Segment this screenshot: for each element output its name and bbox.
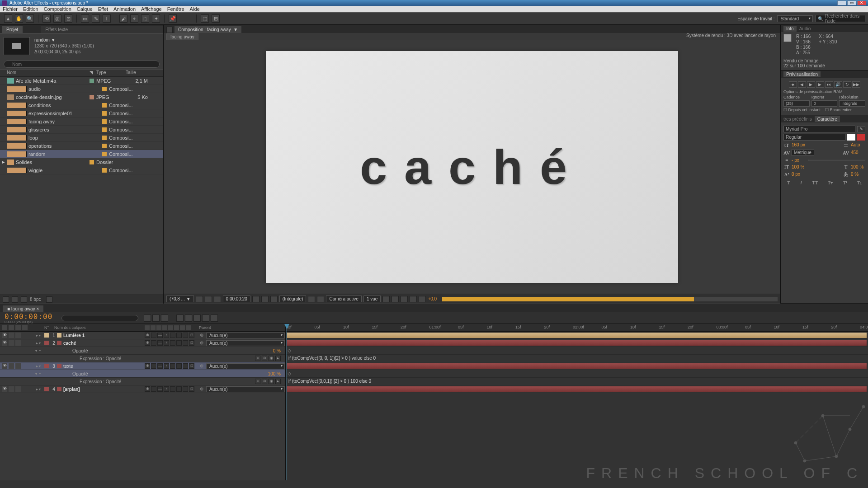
layer-row[interactable]: ▾ ⚬ Opacité100 % [0, 370, 285, 378]
rotate-tool-icon[interactable]: ⟲ [42, 14, 51, 23]
menu-animation[interactable]: Animation [113, 6, 136, 12]
first-frame-button[interactable]: ⏮ [789, 81, 797, 88]
new-folder-icon[interactable] [12, 296, 18, 303]
timeline-search-input[interactable] [61, 315, 138, 321]
minimize-button[interactable]: — [837, 0, 846, 5]
project-row[interactable]: wiggle Composi... [0, 166, 163, 174]
snap2-icon[interactable]: ⊞ [212, 14, 220, 23]
layer-row[interactable]: Expression : Opacité =⊘◉▸ [0, 378, 285, 385]
menu-composition[interactable]: Composition [44, 6, 71, 12]
solo-col-icon[interactable] [15, 325, 21, 330]
pan-behind-tool-icon[interactable]: ⊡ [64, 14, 72, 23]
track-row[interactable]: if (toCompVec([0, 0, 1])[2] > 0 ) value … [286, 355, 868, 362]
project-row[interactable]: coccinelle-dessin.jpg JPEG 5 Ko [0, 93, 163, 101]
prev-frame-button[interactable]: ◀ [798, 81, 806, 88]
composition-viewer[interactable]: caché [164, 40, 780, 294]
menu-fichier[interactable]: Fichier [3, 6, 18, 12]
camera-tool-icon[interactable]: ◎ [53, 14, 61, 23]
zoom-tool-icon[interactable]: 🔍 [26, 14, 34, 23]
text-tool-icon[interactable]: T [103, 14, 111, 23]
layer-row[interactable]: ▾ ⚬ Opacité0 % [0, 347, 285, 355]
exposure-value[interactable]: +0,0 [428, 296, 437, 301]
menu-effet[interactable]: Effet [98, 6, 108, 12]
graph-editor-icon[interactable] [211, 314, 218, 322]
timeline-icon[interactable] [401, 296, 408, 302]
menu-edition[interactable]: Edition [23, 6, 38, 12]
preview-time[interactable]: 0:00:00:20 [223, 296, 250, 302]
allcaps-toggle[interactable]: TT [812, 180, 818, 185]
snap-icon[interactable]: ⬚ [201, 14, 209, 23]
tab-previsualisation[interactable]: Prévisualisation [783, 71, 821, 77]
playhead[interactable] [287, 324, 287, 480]
font-family-dropdown[interactable]: Myriad Pro [783, 126, 855, 132]
fullscreen-checkbox[interactable]: ☐ Ecran entier [825, 108, 852, 112]
resolution-dropdown[interactable]: (Intégrale) [279, 296, 307, 302]
video-col-icon[interactable] [2, 325, 7, 330]
layer-row[interactable]: 👁 ▸ ▾ 3 texte ✱—/⊡ ⊚Aucun(e) [0, 362, 285, 370]
close-button[interactable]: ✕ [857, 0, 866, 5]
from-current-checkbox[interactable]: ☐ Depuis cet instant [783, 108, 821, 112]
project-row[interactable]: audio Composi... [0, 85, 163, 93]
mask-icon[interactable] [214, 296, 221, 302]
tab-info[interactable]: Info [783, 26, 797, 32]
pixel-aspect-icon[interactable] [382, 296, 390, 302]
views-dropdown[interactable]: 1 vue [363, 296, 381, 302]
project-list[interactable]: Aïe aïe Metal.m4a MPEG 2,1 M audio Compo… [0, 77, 163, 295]
fast-preview-icon[interactable] [392, 296, 399, 302]
next-frame-button[interactable]: ▶ [816, 81, 824, 88]
stroke-color-swatch[interactable] [857, 134, 865, 141]
track-row[interactable] [286, 339, 868, 347]
project-row[interactable]: glissieres Composi... [0, 126, 163, 134]
help-search-input[interactable]: 🔍Rechercher dans l'aide [816, 15, 865, 22]
ram-preview-button[interactable]: ▶▶ [852, 81, 860, 88]
kerning-dropdown[interactable]: Métrique [792, 149, 814, 156]
project-row[interactable]: expressionsimple01 Composi... [0, 109, 163, 117]
tsume-input[interactable]: 0 % [851, 172, 865, 177]
menu-calque[interactable]: Calque [77, 6, 93, 12]
tab-caractere[interactable]: Caractère [815, 116, 840, 122]
last-frame-button[interactable]: ⏭ [825, 81, 833, 88]
leading-input[interactable]: Auto [851, 142, 865, 147]
play-button[interactable]: ▶ [807, 81, 815, 88]
subscript-toggle[interactable]: T₁ [857, 180, 862, 185]
transparency-icon[interactable] [205, 296, 212, 302]
project-row[interactable]: facing away Composi... [0, 117, 163, 126]
selection-tool-icon[interactable]: ▲ [4, 14, 12, 23]
workspace-dropdown[interactable]: Standard [777, 15, 813, 22]
resolution-icon[interactable] [196, 296, 203, 302]
brainstorm-icon[interactable] [193, 314, 201, 322]
layer-row[interactable]: 👁 ▸ ▾ 1 Lumière 1 ✱—/⊡ ⊚Aucun(e) [0, 332, 285, 339]
font-style-dropdown[interactable]: Regular [783, 134, 845, 141]
tab-timeline-comp[interactable]: ■ facing away × [3, 305, 43, 312]
stroke-width-input[interactable]: - px [792, 158, 806, 163]
reset-exposure-icon[interactable] [419, 296, 426, 302]
lock-icon[interactable] [166, 27, 173, 33]
vscale-input[interactable]: 100 % [792, 164, 806, 169]
mute-button[interactable]: 🔊 [834, 81, 842, 88]
hscale-input[interactable]: 100 % [851, 164, 865, 169]
tracking-input[interactable]: 450 [851, 150, 865, 155]
track-row[interactable] [286, 385, 868, 393]
timeline-tracks[interactable]: 00f05f10f15f20f01:00f05f10f15f20f02:00f0… [286, 324, 868, 480]
eyedropper-icon[interactable]: ✎ [857, 126, 865, 132]
rect-tool-icon[interactable]: ▭ [81, 14, 89, 23]
resolution-ram-dropdown[interactable]: Intégrale [839, 100, 865, 107]
trash-icon[interactable] [46, 296, 52, 303]
interpret-footage-icon[interactable] [3, 296, 9, 303]
layer-row[interactable]: Expression : Opacité =⊘◉▸ [0, 355, 285, 362]
clone-tool-icon[interactable]: ⌖ [130, 14, 138, 23]
current-timecode[interactable]: 0:00:00:00 [0, 312, 57, 321]
project-row[interactable]: Aïe aïe Metal.m4a MPEG 2,1 M [0, 77, 163, 85]
color-mgmt-icon[interactable] [270, 296, 278, 302]
zoom-dropdown[interactable]: (70,8 ... ▼ [166, 296, 194, 302]
track-row[interactable]: ◇ [286, 370, 868, 378]
maximize-button[interactable]: ▭ [847, 0, 856, 5]
frame-blend-icon[interactable] [176, 314, 184, 322]
motion-blur-icon[interactable] [185, 314, 192, 322]
track-row[interactable] [286, 362, 868, 370]
roi-icon[interactable] [308, 296, 315, 302]
bpc-label[interactable]: 8 bpc [30, 297, 41, 302]
auto-keyframe-icon[interactable] [202, 314, 209, 322]
draft3d-icon[interactable] [152, 314, 160, 322]
snapshot-icon[interactable] [252, 296, 259, 302]
